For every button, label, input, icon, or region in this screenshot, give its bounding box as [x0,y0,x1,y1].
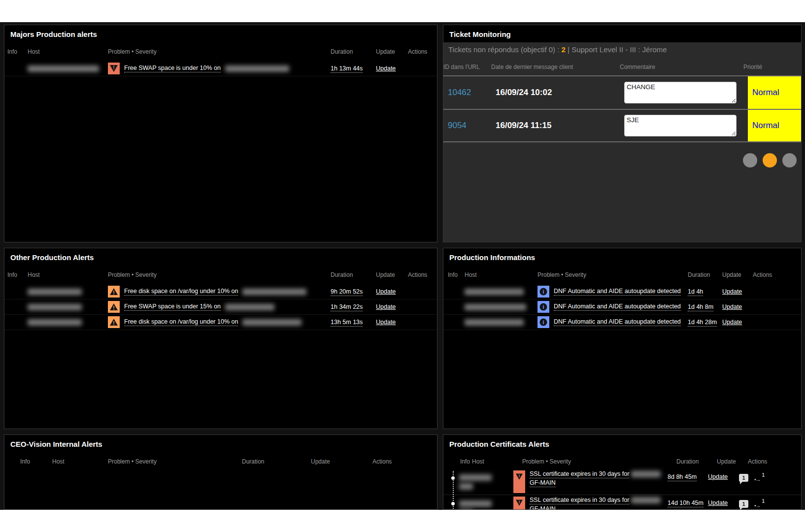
duration-cell: 1d 4h [688,288,722,295]
comment-textarea[interactable]: SJE [624,115,737,136]
update-cell: Update [376,319,408,326]
dashboard-page: Majors Production alerts Info Host Probl… [0,0,805,532]
header-comment: Commentaire [620,64,743,70]
panel-title: Ticket Monitoring [443,25,801,42]
panel-production-certificats-alerts: Production Certificats Alerts Info Host … [443,434,802,510]
duration-cell: 8d 8h 45m [668,470,708,480]
header-problem-severity: Problem • Severity [522,458,676,465]
duration-value[interactable]: 8d 8h 45m [668,473,697,481]
status-dot-orange [763,153,777,167]
actions-flow-icon[interactable]: 1•→ [754,499,766,509]
severity-high-icon: ! [513,497,525,510]
duration-cell: 1h 34m 22s [331,303,376,310]
ticket-comment-cell: SJE [624,110,748,141]
problem-link[interactable]: SSL certificate expires in 30 days for [530,497,629,504]
update-cell: Update [708,470,739,480]
update-link[interactable]: Update [376,288,396,295]
svg-text:!: ! [113,65,114,70]
duration-value[interactable]: 1h 34m 22s [331,303,363,311]
priority-badge: Normal [748,110,801,141]
summary-suffix: | Support Level II - III : Jérome [566,45,667,54]
duration-cell: 13h 5m 13s [331,319,376,326]
host-redacted [242,319,302,326]
host-cell[interactable] [465,303,537,310]
update-link[interactable]: Update [722,303,742,310]
duration-cell: 9h 20m 52s [331,288,376,295]
table-header-row: Info Host Problem • Severity Duration Up… [443,452,801,469]
update-cell: Update [376,303,408,310]
status-dot-gray [743,153,757,167]
update-link[interactable]: Update [722,319,742,326]
update-link[interactable]: Update [376,319,396,326]
host-redacted [242,289,306,295]
host-redacted [28,66,99,72]
duration-value[interactable]: 9h 20m 52s [331,288,363,296]
actions-flow-icon[interactable]: 1•→ [754,473,766,483]
header-duration: Duration [331,48,376,55]
duration-cell: 14d 10h 45m [668,497,708,506]
duration-value[interactable]: 1h 13m 44s [331,65,363,73]
host-cell[interactable] [459,500,513,510]
info-severity-icon: i [537,286,549,298]
table-header-row: Info Host Problem • Severity Duration Up… [4,452,437,471]
host-redacted [225,66,289,72]
update-link[interactable]: Update [708,473,728,480]
header-info: Info [7,48,28,55]
header-problem-severity: Problem • Severity [108,458,242,465]
problem-link[interactable]: Free SWAP space is under 10% on [124,65,221,72]
host-cell[interactable] [28,319,108,326]
header-actions: Actions [753,271,801,278]
svg-text:i: i [542,289,544,295]
ticket-comment-cell: CHANGE [624,76,748,109]
header-host: Host [28,48,108,55]
status-dot-gray [782,153,797,167]
panel-ticket-monitoring: Ticket Monitoring Tickets non répondus (… [443,25,802,242]
problem-link[interactable]: Free disk space on /var/log under 10% on [124,288,238,296]
problem-link-line2[interactable]: GF-MAIN [530,479,556,487]
header-update: Update [311,458,372,465]
problem-link[interactable]: DNF Automatic and AIDE autoupdate detect… [554,318,681,326]
message-bubble-icon[interactable]: 1 [739,474,748,482]
update-link[interactable]: Update [376,65,396,72]
header-ticket-id: ID dans l'URL [443,64,491,70]
problem-link[interactable]: SSL certificate expires in 30 days for [530,470,629,478]
problem-link[interactable]: Free disk space on /var/log under 10% on [124,318,238,326]
host-cell[interactable] [465,288,537,295]
host-cell[interactable] [459,474,513,490]
duration-value[interactable]: 1d 4h 8m [688,303,713,311]
host-cell[interactable] [465,319,537,326]
duration-value[interactable]: 13h 5m 13s [331,319,363,327]
host-cell[interactable] [28,288,108,295]
duration-cell: 1h 13m 44s [331,65,376,72]
host-cell[interactable] [28,65,108,72]
problem-link[interactable]: Free SWAP space is under 15% on [124,303,221,311]
message-bubble-icon[interactable]: 1 [739,500,748,508]
host-redacted [631,471,661,477]
ticket-id-link[interactable]: 10462 [448,88,471,98]
duration-value[interactable]: 14d 10h 45m [668,499,704,507]
update-link[interactable]: Update [376,303,396,310]
problem-link[interactable]: DNF Automatic and AIDE autoupdate detect… [554,303,681,311]
update-cell: Update [722,303,753,310]
duration-cell: 1d 4h 28m [688,319,722,326]
ticket-id-link[interactable]: 9054 [448,121,467,131]
svg-text:!: ! [113,321,114,326]
update-link[interactable]: Update [722,288,742,295]
timeline-node [451,502,455,505]
alert-row: ! Free disk space on /var/log under 10% … [4,315,437,330]
host-cell[interactable] [28,303,108,310]
severity-average-icon: ! [108,316,120,328]
duration-value[interactable]: 1d 4h [688,288,703,296]
problem-link[interactable]: DNF Automatic and AIDE autoupdate detect… [554,288,681,296]
ticket-header-row: ID dans l'URL Date de dernier message cl… [443,55,801,75]
update-link[interactable]: Update [708,499,728,506]
ticket-row: 10462 16/09/24 10:02 CHANGE Normal [443,75,801,109]
duration-value[interactable]: 1d 4h 28m [688,319,717,327]
actions-cell: 1 1•→ [739,470,801,483]
header-duration: Duration [688,271,722,278]
update-cell: Update [708,497,739,506]
comment-textarea[interactable]: CHANGE [624,82,737,103]
problem-link-line2[interactable]: GF-MAIN [530,505,556,510]
header-actions: Actions [408,48,437,55]
alert-row: ! Free SWAP space is under 10% on 1h 13m… [4,61,437,76]
